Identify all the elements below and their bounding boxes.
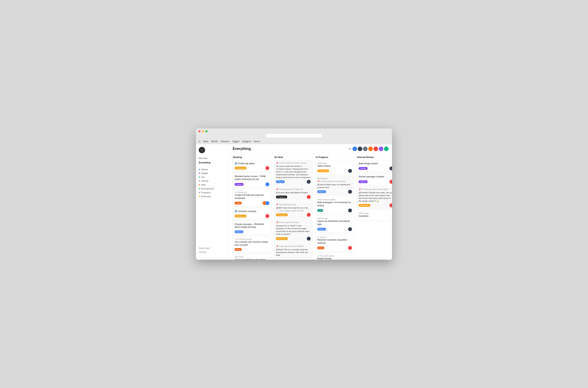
card-mobile-friendly[interactable]: 2. Pre-launch polish Mobile friendly Mas…	[315, 253, 354, 260]
card-title: Build prototypes / hi-fi mockups for tes…	[317, 201, 352, 207]
sidebar-item-athyna[interactable]: Athyna	[199, 168, 226, 171]
card-badge: Dabble	[359, 167, 368, 170]
card-avatar	[266, 166, 269, 170]
sidebar: ◎ My Desk Everything Athyna Dabble Inkl	[196, 144, 229, 260]
card-message-prakash[interactable]: 📌 14 hours ago from Jeremy Blaze @Prakas…	[357, 187, 392, 209]
message-reply: ↳ Just a bigger space for each	[277, 210, 311, 212]
card-badge: Inkl	[317, 209, 323, 212]
sidebar-item-programa[interactable]: Programa	[199, 191, 226, 194]
nav-item-dev[interactable]: Dev ▾	[254, 140, 260, 143]
dot-icon	[199, 169, 200, 170]
card-climate-calculator[interactable]: Climate calculator - PENDING INFO FROM A…	[233, 221, 271, 235]
address-bar: app.withmast.com	[198, 134, 390, 138]
sidebar-item-dabble[interactable]: Dabble	[199, 171, 226, 175]
card-message-rong2[interactable]: 📌 13 hours ago from Rong Change 'foo' to…	[274, 220, 313, 242]
card-mailchimp[interactable]: Site Polish Connect mailchimp subscripti…	[233, 254, 271, 260]
dot-icon	[199, 176, 200, 178]
column-header-backlog: Backlog	[233, 156, 271, 158]
main-header: Everything All	[229, 144, 392, 153]
message-meta: 📌 15 days ago from Jeremy Blaze	[317, 180, 352, 182]
sidebar-item-inkl[interactable]: Inkl	[199, 175, 226, 179]
card-message-rong1[interactable]: 📌 Yesterday from Rong @NBS Team lets kee…	[274, 202, 313, 218]
card-badge: Showcase	[276, 214, 288, 216]
card-build-design-system[interactable]: Build design system Dabble	[357, 160, 392, 172]
avatar-7[interactable]	[384, 146, 389, 151]
card-avatar	[348, 227, 352, 231]
card-avatar	[266, 182, 269, 186]
card-message-james[interactable]: 📌 21 hours ago from James Laurent He som…	[274, 160, 313, 185]
url-input[interactable]: app.withmast.com	[266, 134, 322, 138]
card-remove-ticket[interactable]: 2. Pre-launch polish You currently can't…	[233, 236, 271, 252]
column-header-internal-review: Internal Review	[357, 156, 392, 158]
avatar-5[interactable]	[373, 146, 378, 151]
sidebar-item-mydesk[interactable]: My Desk	[196, 156, 229, 160]
board-area: Backlog 🔢 Profile edit states Showcase B…	[229, 153, 392, 260]
card-branded-banner[interactable]: Branded banner screen - THINK OVER STRAT…	[233, 173, 271, 188]
filter-all-label[interactable]: All	[348, 147, 351, 150]
card-label: MVP design	[317, 177, 352, 179]
card-badge: Mast	[235, 202, 242, 204]
card-youtube-ad[interactable]: 4. Post-launch Create YouTube ad script …	[233, 189, 271, 207]
nav-item-design[interactable]: Design ▾	[242, 140, 251, 143]
card-message-jeremy1[interactable]: 📌 3 days ago from Jeremy Blaze @Rong: Th…	[274, 243, 313, 258]
avatar-4[interactable]	[368, 146, 373, 151]
card-research-acquisition[interactable]: 3. Launch Research customer acquisition …	[315, 234, 354, 251]
card-badge: Showcase	[235, 215, 246, 218]
sidebar-need-help[interactable]: Need Help?	[199, 246, 226, 250]
sidebar-item-everything[interactable]: Everything	[196, 160, 229, 165]
card-badge: Athyna	[276, 180, 285, 183]
card-title: Figure out timesheets and payroll logic	[317, 220, 352, 226]
minimize-button[interactable]	[202, 130, 204, 132]
message-meta: 📌 3 days ago from Jeremy Blaze	[276, 245, 311, 247]
card-title: Branded banner screen - THINK OVER STRAT…	[235, 175, 269, 181]
nav-item-clients[interactable]: Clients ▾	[221, 140, 229, 143]
message-meta: 📌 Yesterday from Rong	[276, 203, 311, 206]
card-label: Site Polish	[235, 256, 269, 258]
card-initial-screens[interactable]: Mobile app Initial screens Showcase	[315, 160, 354, 174]
avatar-3[interactable]	[363, 146, 368, 151]
sidebar-item-internal[interactable]: Internal	[199, 179, 226, 183]
card-title: Aesthetic concepts	[238, 210, 269, 213]
avatar-2[interactable]	[358, 146, 362, 151]
sidebar-settings[interactable]: Settings	[199, 250, 226, 254]
sidebar-item-mast[interactable]: Mast	[199, 183, 226, 187]
message-text: Change 'foo' to 'Start'? Is the behaviou…	[276, 224, 311, 236]
nav-item-toggl[interactable]: Toggl ▾	[232, 140, 239, 143]
main-content: Everything All Backlog	[229, 144, 392, 260]
card-message-traviss[interactable]: 📌 19 hours ago from Traviss Orr @Jeremy …	[274, 187, 313, 200]
message-text: @Jeremy Blaze @Prakash Ghodke	[276, 191, 311, 194]
sidebar-item-showcase[interactable]: Showcase	[199, 194, 226, 198]
message-text: @Rong: This is a concept using the spaci…	[276, 248, 311, 257]
column-internal-review: Internal Review Build design system Dabb…	[357, 156, 392, 257]
card-title: You currently can't remove a ticket from…	[235, 241, 269, 247]
sidebar-item-moneykarma[interactable]: MoneyKarma	[199, 187, 226, 191]
card-aesthetic-concepts[interactable]: 🔢 Aesthetic concepts Showcase	[233, 208, 271, 219]
card-label: Article discoverability	[317, 198, 352, 201]
avatar-group: All	[348, 146, 389, 151]
close-button[interactable]	[198, 130, 200, 132]
message-text: @Jeremy Blaze spec out dashboard / produ…	[317, 183, 352, 189]
card-message-mvp[interactable]: MVP design 📌 15 days ago from Jeremy Bla…	[315, 176, 354, 195]
card-badge: Showcase	[317, 170, 329, 172]
card-badge: Athyna	[317, 228, 326, 231]
maximize-button[interactable]	[205, 130, 207, 132]
card-pinned-message[interactable]: Pinned message in Banter Dabble	[357, 173, 392, 185]
nav-item-mast[interactable]: Mast	[203, 140, 208, 143]
card-avatars	[263, 201, 269, 205]
avatar-6[interactable]	[379, 146, 383, 151]
nav-item-sbsd[interactable]: SB SD	[211, 140, 218, 143]
card-profile-edit-states[interactable]: 🔢 Profile edit states Showcase	[233, 160, 271, 172]
card-avatar	[307, 213, 311, 217]
card-avatar	[348, 209, 352, 212]
card-build-prototypes[interactable]: Article discoverability Build prototypes…	[315, 197, 354, 214]
column-do-next: Do Next 📌 21 hours ago from James Lauren…	[274, 156, 313, 257]
browser-chrome: app.withmast.com ⊞ Mast SB SD Clients ▾ …	[196, 128, 392, 144]
card-title: Create YouTube ad script and storyboard	[235, 194, 269, 200]
avatar-1[interactable]	[352, 146, 357, 151]
card-timesheets[interactable]: MVP design Figure out timesheets and pay…	[315, 215, 354, 233]
card-incentives[interactable]: MVP design Incentives	[357, 210, 392, 221]
card-avatar	[307, 180, 311, 184]
dot-icon	[199, 180, 200, 182]
app-logo: ◎	[199, 147, 205, 153]
card-title: Pinned message in Banter	[359, 175, 392, 178]
